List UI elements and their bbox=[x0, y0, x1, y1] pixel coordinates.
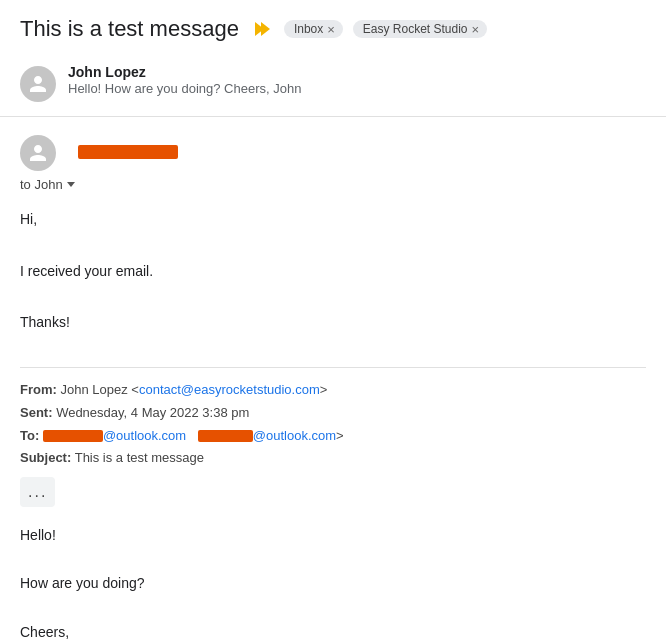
quoted-subject-field: Subject: This is a test message bbox=[20, 448, 646, 469]
email-header: This is a test message Inbox × Easy Rock… bbox=[0, 0, 666, 54]
reply-header bbox=[20, 133, 646, 171]
studio-tag-close[interactable]: × bbox=[472, 23, 480, 36]
to-email2-domain-link[interactable]: @outlook.com bbox=[253, 428, 336, 443]
from-name-value: John Lopez bbox=[60, 382, 127, 397]
to-email1-domain-link[interactable]: @outlook.com bbox=[103, 428, 186, 443]
preview-content: John Lopez Hello! How are you doing? Che… bbox=[68, 64, 301, 96]
forward-arrows-icon bbox=[255, 22, 270, 36]
to-email2-name-redacted bbox=[198, 430, 253, 442]
quoted-hello: Hello! bbox=[20, 523, 646, 548]
subject-label: Subject: bbox=[20, 450, 71, 465]
sender-name: John Lopez bbox=[68, 64, 301, 80]
to-line: to John bbox=[20, 177, 646, 192]
email-subject: This is a test message bbox=[20, 16, 239, 42]
quoted-body: Hello! How are you doing? Cheers, John bbox=[20, 523, 646, 641]
quoted-from-field: From: John Lopez <contact@easyrocketstud… bbox=[20, 380, 646, 401]
sender-name-redacted bbox=[78, 145, 178, 159]
from-label: From: bbox=[20, 382, 57, 397]
to-field-label: To: bbox=[20, 428, 39, 443]
quoted-sent-field: Sent: Wednesday, 4 May 2022 3:38 pm bbox=[20, 403, 646, 424]
from-email-link[interactable]: contact@easyrocketstudio.com bbox=[139, 382, 320, 397]
to-dropdown-arrow-icon[interactable] bbox=[67, 182, 75, 187]
expand-dots-button[interactable]: ... bbox=[20, 477, 55, 507]
subject-value: This is a test message bbox=[75, 450, 204, 465]
email-preview-row: John Lopez Hello! How are you doing? Che… bbox=[0, 54, 666, 117]
sent-label: Sent: bbox=[20, 405, 53, 420]
quoted-section: From: John Lopez <contact@easyrocketstud… bbox=[20, 380, 646, 641]
to-email1-name-redacted bbox=[43, 430, 103, 442]
email-body: Hi, I received your email. Thanks! bbox=[20, 204, 646, 355]
reply-avatar bbox=[20, 135, 56, 171]
quoted-cheers: Cheers, bbox=[20, 620, 646, 641]
studio-tag-label: Easy Rocket Studio bbox=[363, 22, 468, 36]
inbox-tag-badge[interactable]: Inbox × bbox=[284, 20, 343, 38]
body-line-2: I received your email. bbox=[20, 260, 646, 284]
preview-text: Hello! How are you doing? Cheers, John bbox=[68, 81, 301, 96]
reply-sender-info bbox=[78, 145, 178, 159]
body-divider bbox=[20, 367, 646, 368]
person-icon bbox=[28, 74, 48, 94]
studio-tag-badge[interactable]: Easy Rocket Studio × bbox=[353, 20, 487, 38]
quoted-how-are-you: How are you doing? bbox=[20, 571, 646, 596]
inbox-tag-label: Inbox bbox=[294, 22, 323, 36]
quoted-to-field: To: @outlook.com @outlook.com> bbox=[20, 426, 646, 447]
to-label: to John bbox=[20, 177, 63, 192]
sent-value: Wednesday, 4 May 2022 3:38 pm bbox=[56, 405, 249, 420]
body-line-1: Hi, bbox=[20, 208, 646, 232]
inbox-tag-close[interactable]: × bbox=[327, 23, 335, 36]
reply-compose-area: to John Hi, I received your email. Thank… bbox=[0, 117, 666, 641]
sender-avatar bbox=[20, 66, 56, 102]
body-line-3: Thanks! bbox=[20, 311, 646, 335]
reply-person-icon bbox=[28, 143, 48, 163]
